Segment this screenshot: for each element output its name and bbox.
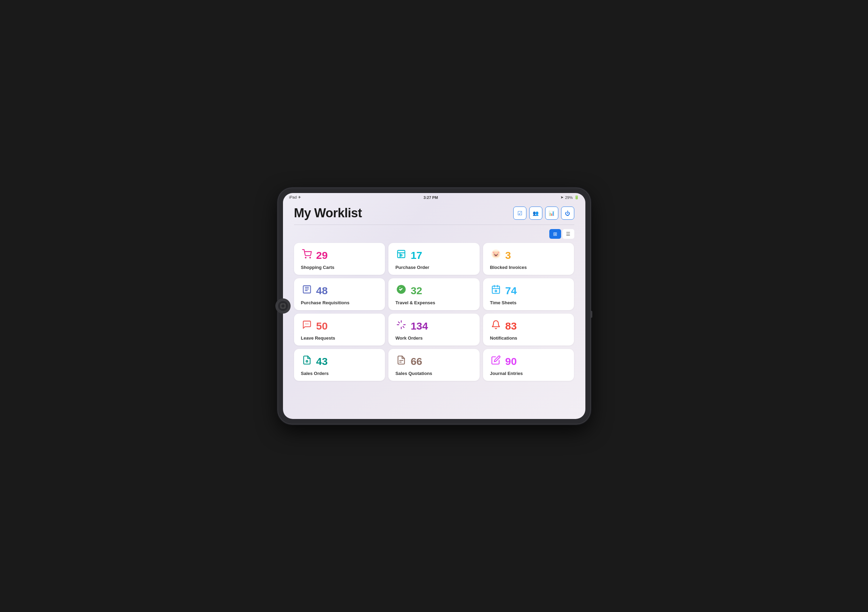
status-left: iPad ✈ xyxy=(289,195,301,199)
card-count-notifications: 83 xyxy=(505,320,517,332)
card-label-notifications: Notifications xyxy=(490,335,567,341)
card-count-leave-requests: 50 xyxy=(316,320,328,332)
card-top: 17 xyxy=(395,249,473,261)
card-top: 🐷 3 xyxy=(490,249,567,261)
location-icon: ➤ xyxy=(560,195,564,199)
svg-point-9 xyxy=(495,290,497,292)
card-sales-orders[interactable]: 43 Sales Orders xyxy=(294,349,385,381)
card-top: 48 xyxy=(301,284,378,297)
card-label-work-orders: Work Orders xyxy=(395,335,473,341)
side-button xyxy=(590,311,592,318)
card-label-purchase-order: Purchase Order xyxy=(395,265,473,270)
header: My Worklist ☑ 👥 📊 ⏻ xyxy=(294,206,574,220)
card-icon-shopping-carts xyxy=(301,249,313,261)
card-icon-sales-quotations xyxy=(395,355,407,367)
list-view-button[interactable]: ☰ xyxy=(563,229,574,239)
card-icon-journal-entries xyxy=(490,355,502,367)
svg-point-1 xyxy=(310,257,310,258)
svg-point-3 xyxy=(400,254,402,256)
header-divider xyxy=(294,224,574,225)
card-sales-quotations[interactable]: 66 Sales Quotations xyxy=(388,349,480,381)
worklist-grid: 29 Shopping Carts 17 Purchase Order 🐷 3 … xyxy=(294,243,574,381)
card-icon-sales-orders xyxy=(301,355,313,367)
card-count-work-orders: 134 xyxy=(411,320,428,332)
card-count-shopping-carts: 29 xyxy=(316,249,328,261)
chart-button[interactable]: 📊 xyxy=(545,207,558,220)
card-label-blocked-invoices: Blocked Invoices xyxy=(490,265,567,270)
card-count-sales-quotations: 66 xyxy=(411,355,422,367)
card-label-journal-entries: Journal Entries xyxy=(490,371,567,376)
card-icon-blocked-invoices: 🐷 xyxy=(490,249,502,261)
svg-line-16 xyxy=(403,326,404,328)
card-top: 43 xyxy=(301,355,378,367)
grid-icon: ⊞ xyxy=(553,231,557,237)
card-top: 83 xyxy=(490,320,567,332)
card-time-sheets[interactable]: 74 Time Sheets xyxy=(483,278,574,310)
status-time: 3:27 PM xyxy=(423,195,438,199)
users-button[interactable]: 👥 xyxy=(529,207,542,220)
app-content: My Worklist ☑ 👥 📊 ⏻ xyxy=(283,201,585,417)
card-count-time-sheets: 74 xyxy=(505,285,517,297)
ipad-label: iPad ✈ xyxy=(289,195,301,199)
card-count-sales-orders: 43 xyxy=(316,355,328,367)
card-count-travel-expenses: 32 xyxy=(411,285,422,297)
card-top: 66 xyxy=(395,355,473,367)
card-blocked-invoices[interactable]: 🐷 3 Blocked Invoices xyxy=(483,243,574,275)
battery-level: 29% xyxy=(565,195,572,199)
card-label-leave-requests: Leave Requests xyxy=(301,335,378,341)
card-label-purchase-requisitions: Purchase Requisitions xyxy=(301,300,378,305)
card-journal-entries[interactable]: 90 Journal Entries xyxy=(483,349,574,381)
power-icon: ⏻ xyxy=(565,210,570,216)
card-count-purchase-requisitions: 48 xyxy=(316,285,328,297)
card-count-purchase-order: 17 xyxy=(411,249,422,261)
card-top: 90 xyxy=(490,355,567,367)
card-work-orders[interactable]: 134 Work Orders xyxy=(388,314,480,346)
grid-view-button[interactable]: ⊞ xyxy=(549,229,561,239)
card-icon-leave-requests xyxy=(301,320,313,332)
home-button[interactable] xyxy=(275,298,291,314)
view-toggle: ⊞ ☰ xyxy=(294,229,574,239)
card-purchase-order[interactable]: 17 Purchase Order xyxy=(388,243,480,275)
status-bar: iPad ✈ 3:27 PM ➤ 29% 🔋 xyxy=(283,193,585,201)
screen: iPad ✈ 3:27 PM ➤ 29% 🔋 My Worklist ☑ 👥 xyxy=(283,193,585,419)
card-count-blocked-invoices: 3 xyxy=(505,249,511,261)
checklist-button[interactable]: ☑ xyxy=(513,207,526,220)
card-icon-purchase-order xyxy=(395,249,407,261)
card-label-shopping-carts: Shopping Carts xyxy=(301,265,378,270)
card-icon-time-sheets xyxy=(490,284,502,297)
card-top: 32 xyxy=(395,284,473,297)
svg-line-15 xyxy=(398,322,400,323)
card-icon-work-orders xyxy=(395,320,407,332)
card-label-sales-orders: Sales Orders xyxy=(301,371,378,376)
battery-icon: 🔋 xyxy=(574,195,579,199)
header-actions: ☑ 👥 📊 ⏻ xyxy=(513,207,574,220)
card-top: 50 xyxy=(301,320,378,332)
svg-point-0 xyxy=(305,257,306,258)
card-leave-requests[interactable]: 50 Leave Requests xyxy=(294,314,385,346)
power-button[interactable]: ⏻ xyxy=(561,207,574,220)
svg-text:🐷: 🐷 xyxy=(492,250,500,258)
card-icon-travel-expenses xyxy=(395,284,407,297)
card-notifications[interactable]: 83 Notifications xyxy=(483,314,574,346)
card-icon-purchase-requisitions xyxy=(301,284,313,297)
status-right: ➤ 29% 🔋 xyxy=(560,195,579,199)
card-label-sales-quotations: Sales Quotations xyxy=(395,371,473,376)
card-count-journal-entries: 90 xyxy=(505,355,517,367)
card-label-time-sheets: Time Sheets xyxy=(490,300,567,305)
card-shopping-carts[interactable]: 29 Shopping Carts xyxy=(294,243,385,275)
page-title: My Worklist xyxy=(294,206,362,220)
card-icon-notifications xyxy=(490,320,502,332)
svg-point-19 xyxy=(306,360,308,362)
card-travel-expenses[interactable]: 32 Travel & Expenses xyxy=(388,278,480,310)
card-purchase-requisitions[interactable]: 48 Purchase Requisitions xyxy=(294,278,385,310)
card-label-travel-expenses: Travel & Expenses xyxy=(395,300,473,305)
card-top: 74 xyxy=(490,284,567,297)
card-top: 29 xyxy=(301,249,378,261)
list-icon: ☰ xyxy=(566,231,570,237)
chart-icon: 📊 xyxy=(549,210,555,216)
users-icon: 👥 xyxy=(533,210,539,216)
checklist-icon: ☑ xyxy=(518,210,522,216)
ipad-device: iPad ✈ 3:27 PM ➤ 29% 🔋 My Worklist ☑ 👥 xyxy=(278,188,590,424)
card-top: 134 xyxy=(395,320,473,332)
